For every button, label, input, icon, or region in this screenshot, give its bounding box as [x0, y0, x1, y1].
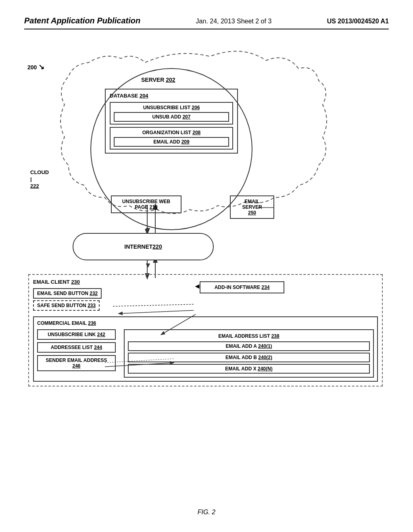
email-add-a-box: EMAIL ADD A 240(1): [128, 341, 370, 351]
unsubscribe-list-box: UNSUBSCRIBE LIST 206 UNSUB ADD 207: [110, 102, 233, 125]
email-address-list-box: EMAIL ADDRESS LIST 238 EMAIL ADD A 240(1…: [124, 329, 374, 378]
left-items: UNSUBSCRIBE LINK 242 ADDRESSEE LIST 244 …: [37, 329, 116, 371]
email-server-box: EMAILSERVER250: [230, 195, 274, 219]
unsubscribe-list-label: UNSUBSCRIBE LIST 206: [114, 105, 229, 110]
database-label: DATABASE 204: [110, 93, 233, 99]
fig-caption: FIG. 2: [198, 509, 215, 516]
organization-list-box: ORGANIZATION LIST 208 EMAIL ADD 209: [110, 127, 233, 150]
header-title: Patent Application Publication: [24, 16, 140, 25]
arrow-down-indicator2: ▼: [144, 261, 152, 270]
header: Patent Application Publication Jan. 24, …: [24, 16, 389, 29]
email-add-x-box: EMAIL ADD X 240(N): [128, 364, 370, 374]
arrow-left-addon: ◄: [194, 282, 201, 291]
server-label: SERVER 202: [141, 77, 175, 83]
add-in-software-box: ADD-IN SOFTWARE 234: [200, 281, 284, 293]
header-patent: US 2013/0024520 A1: [327, 18, 389, 25]
email-address-list-label: EMAIL ADDRESS LIST 238: [128, 333, 370, 339]
sender-email-box: SENDER EMAIL ADDRESS 246: [37, 355, 116, 371]
internet-cloud: INTERNET 220: [73, 233, 214, 260]
safe-send-button-box: SAFE SEND BUTTON 233: [33, 300, 100, 311]
email-add-b-box: EMAIL ADD B 240(2): [128, 353, 370, 362]
email-send-button-box: EMAIL SEND BUTTON 232: [33, 288, 102, 299]
arrow-down-indicator: ▼: [144, 226, 152, 234]
right-items: EMAIL ADDRESS LIST 238 EMAIL ADD A 240(1…: [124, 329, 374, 378]
addressee-list-box: ADDRESSEE LIST 244: [37, 342, 116, 353]
diagram: 200 ↘ SERVER 202 DATABASE 204 UNSUBSCRIB…: [24, 40, 389, 492]
commercial-email-box: COMMERCIAL EMAIL 236 UNSUBSCRIBE LINK 24…: [33, 316, 378, 382]
cloud-222-label: CLOUD| 222: [30, 169, 49, 190]
commercial-email-label: COMMERCIAL EMAIL 236: [37, 320, 374, 326]
label-200: 200 ↘: [27, 62, 44, 71]
header-date: Jan. 24, 2013 Sheet 2 of 3: [196, 18, 272, 25]
unsub-web-page-box: UNSUBSCRIBE WEBPAGE 210: [111, 195, 181, 213]
page: Patent Application Publication Jan. 24, …: [0, 0, 413, 532]
email-add-209-box: EMAIL ADD 209: [114, 137, 229, 147]
unsubscribe-link-box: UNSUBSCRIBE LINK 242: [37, 329, 116, 340]
organization-list-label: ORGANIZATION LIST 208: [114, 130, 229, 135]
unsub-add-box: UNSUB ADD 207: [114, 112, 229, 122]
database-box: DATABASE 204 UNSUBSCRIBE LIST 206 UNSUB …: [105, 89, 238, 154]
